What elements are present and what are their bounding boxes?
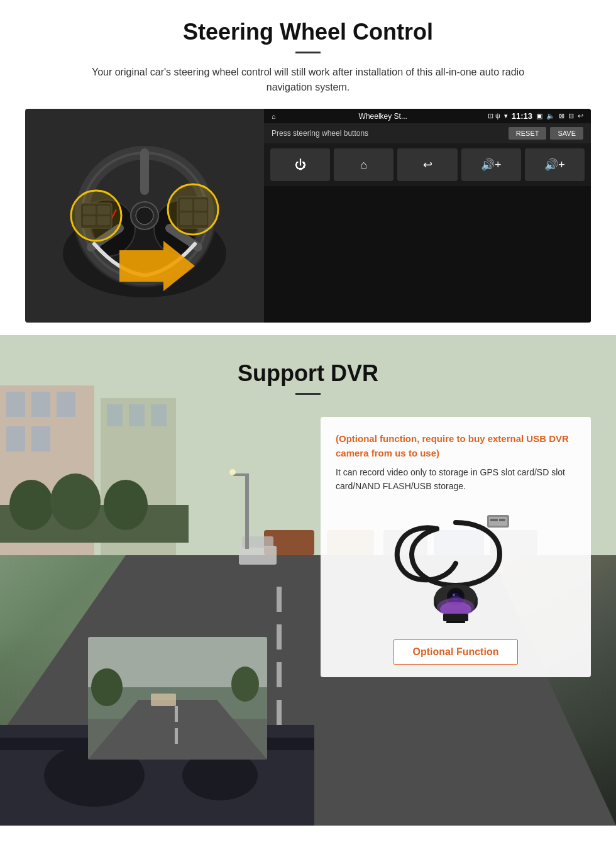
arrow-graphic bbox=[119, 241, 195, 291]
dvr-title: Support DVR bbox=[25, 360, 591, 387]
steering-screen-panel: ⌂ Wheelkey St... ⊡ ψ ▾ 11:13 ▣ 🔈 ⊠ ⊟ ↩ P… bbox=[264, 109, 591, 323]
svg-rect-45 bbox=[277, 662, 282, 687]
svg-rect-54 bbox=[239, 546, 277, 565]
svg-rect-56 bbox=[245, 473, 249, 549]
volume-icon[interactable]: 🔈 bbox=[546, 112, 555, 120]
svg-point-12 bbox=[136, 207, 153, 224]
svg-rect-87 bbox=[446, 621, 465, 623]
svg-point-71 bbox=[231, 667, 259, 702]
screen-action-buttons: RESET SAVE bbox=[509, 127, 583, 140]
svg-rect-75 bbox=[499, 519, 505, 521]
screen-usb-icon: ⊡ ψ bbox=[488, 112, 500, 120]
steering-photo bbox=[25, 109, 264, 323]
wifi-icon: ▾ bbox=[504, 112, 508, 120]
dvr-info-card: (Optional function, require to buy exter… bbox=[321, 417, 591, 677]
vol-up-btn[interactable]: 🔊+ bbox=[461, 148, 521, 181]
dvr-optional-text: (Optional function, require to buy exter… bbox=[336, 432, 576, 460]
dvr-section: Support DVR (Optional bbox=[0, 335, 616, 826]
dvr-content: Support DVR (Optional bbox=[0, 335, 616, 439]
screen-app-title: Wheelkey St... bbox=[282, 112, 484, 121]
steering-section: Steering Wheel Control Your original car… bbox=[0, 0, 616, 335]
steering-title: Steering Wheel Control bbox=[25, 19, 591, 45]
close-icon[interactable]: ⊠ bbox=[559, 112, 564, 120]
svg-rect-46 bbox=[277, 700, 282, 725]
svg-rect-86 bbox=[443, 614, 468, 621]
optional-function-button[interactable]: Optional Function bbox=[393, 639, 519, 665]
screen-time: 11:13 bbox=[512, 111, 532, 121]
dvr-small-preview bbox=[88, 637, 267, 760]
svg-rect-44 bbox=[277, 624, 282, 650]
home-btn[interactable]: ⌂ bbox=[334, 148, 393, 181]
svg-point-39 bbox=[50, 473, 101, 530]
camera-icon: ▣ bbox=[536, 112, 542, 120]
power-btn[interactable]: ⏻ bbox=[270, 148, 330, 181]
screen-status-bar: ⌂ Wheelkey St... ⊡ ψ ▾ 11:13 ▣ 🔈 ⊠ ⊟ ↩ bbox=[264, 109, 591, 123]
reset-button[interactable]: RESET bbox=[509, 127, 547, 140]
title-divider bbox=[295, 52, 321, 53]
save-button[interactable]: SAVE bbox=[550, 127, 583, 140]
dvr-camera-illustration bbox=[336, 504, 576, 629]
steering-composite-image: ⌂ Wheelkey St... ⊡ ψ ▾ 11:13 ▣ 🔈 ⊠ ⊟ ↩ P… bbox=[25, 109, 591, 323]
dvr-description: It can record video only to storage in G… bbox=[336, 465, 576, 494]
dvr-camera-svg bbox=[387, 510, 525, 623]
svg-point-40 bbox=[104, 480, 148, 530]
svg-rect-74 bbox=[490, 519, 498, 521]
screen-function-buttons: ⏻ ⌂ ↩ 🔊+ 🔊+ bbox=[264, 143, 591, 186]
vol-down-btn[interactable]: 🔊+ bbox=[525, 148, 585, 181]
screen-empty-area bbox=[264, 186, 591, 323]
screen-prompt: Press steering wheel buttons bbox=[272, 129, 368, 138]
screen-toolbar: Press steering wheel buttons RESET SAVE bbox=[264, 123, 591, 143]
svg-rect-69 bbox=[151, 694, 176, 706]
svg-rect-67 bbox=[175, 706, 178, 722]
window-icon[interactable]: ⊟ bbox=[568, 112, 574, 120]
svg-point-58 bbox=[229, 469, 236, 475]
svg-point-24 bbox=[168, 184, 218, 235]
svg-point-38 bbox=[9, 480, 53, 530]
back-btn[interactable]: ↩ bbox=[397, 148, 457, 181]
steering-description: Your original car's steering wheel contr… bbox=[72, 65, 544, 95]
svg-point-70 bbox=[91, 668, 123, 706]
svg-rect-68 bbox=[175, 728, 178, 744]
svg-point-82 bbox=[453, 594, 455, 596]
dvr-small-preview-image bbox=[88, 637, 267, 760]
svg-rect-43 bbox=[277, 587, 282, 612]
back-icon[interactable]: ↩ bbox=[578, 112, 583, 120]
svg-point-23 bbox=[71, 191, 121, 241]
svg-marker-25 bbox=[119, 241, 195, 291]
dvr-title-divider bbox=[295, 393, 321, 395]
home-icon[interactable]: ⌂ bbox=[272, 113, 276, 120]
